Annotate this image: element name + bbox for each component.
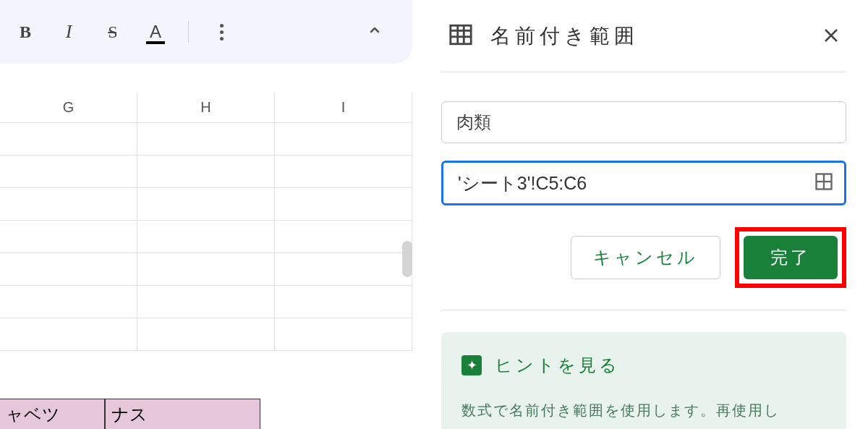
table-row[interactable]: ャベツ ナス xyxy=(0,399,412,429)
text-color-button[interactable]: A xyxy=(145,21,166,43)
done-button[interactable]: 完了 xyxy=(744,236,838,279)
svg-rect-0 xyxy=(451,25,471,44)
panel-title: 名前付き範囲 xyxy=(490,22,806,50)
close-button[interactable] xyxy=(823,22,839,49)
scrollbar-thumb[interactable] xyxy=(402,241,412,277)
column-header-g[interactable]: G xyxy=(0,93,137,122)
grid-row[interactable] xyxy=(0,123,412,156)
grid-row[interactable] xyxy=(0,156,412,188)
cell[interactable]: ャベツ xyxy=(0,399,105,429)
grid-rows xyxy=(0,123,412,351)
grid-row[interactable] xyxy=(0,286,412,318)
chevron-up-icon xyxy=(366,22,383,39)
toolbar: B I S A xyxy=(0,0,412,64)
select-range-button[interactable] xyxy=(814,171,834,195)
sparkle-icon: ✦ xyxy=(461,355,482,375)
hint-body: 数式で名前付き範囲を使用します。再使用し xyxy=(461,397,826,423)
named-ranges-panel: 名前付き範囲 キャンセル 完了 ✦ ヒントを見る 数式で名前付き範囲を使用します… xyxy=(412,0,868,429)
bold-button[interactable]: B xyxy=(14,21,36,43)
range-reference-field[interactable] xyxy=(441,161,846,205)
grid-row[interactable] xyxy=(0,253,412,286)
collapse-toolbar-button[interactable] xyxy=(366,22,383,42)
toolbar-divider xyxy=(188,21,189,43)
named-range-form: キャンセル 完了 xyxy=(441,72,846,310)
done-button-highlight: 完了 xyxy=(735,227,846,288)
close-icon xyxy=(823,27,839,43)
strikethrough-button[interactable]: S xyxy=(101,21,123,43)
hint-header[interactable]: ✦ ヒントを見る xyxy=(461,354,826,377)
cell[interactable]: ナス xyxy=(105,399,260,429)
grid-row[interactable] xyxy=(0,221,412,253)
form-buttons: キャンセル 完了 xyxy=(441,227,846,288)
column-header-i[interactable]: I xyxy=(275,93,412,122)
more-vertical-icon xyxy=(220,24,224,41)
range-name-input[interactable] xyxy=(441,101,846,143)
column-header-h[interactable]: H xyxy=(137,93,275,122)
spreadsheet-area: B I S A G H I ャベツ xyxy=(0,0,412,429)
data-rows: ャベツ ナス ールキャベツ 煮びたし xyxy=(0,399,412,429)
hint-box: ✦ ヒントを見る 数式で名前付き範囲を使用します。再使用し xyxy=(441,332,846,429)
hint-title: ヒントを見る xyxy=(495,354,620,377)
grid-row[interactable] xyxy=(0,188,412,221)
grid-icon xyxy=(814,171,834,192)
panel-header: 名前付き範囲 xyxy=(441,0,846,72)
spreadsheet-grid[interactable]: G H I ャベツ ナス ールキャベツ 煮びたし xyxy=(0,93,412,429)
cancel-button[interactable]: キャンセル xyxy=(571,236,720,279)
range-reference-input[interactable] xyxy=(458,173,814,194)
more-button[interactable] xyxy=(210,21,232,43)
grid-row[interactable] xyxy=(0,318,412,351)
table-icon xyxy=(448,22,473,50)
italic-button[interactable]: I xyxy=(58,21,80,43)
column-headers: G H I xyxy=(0,93,412,123)
